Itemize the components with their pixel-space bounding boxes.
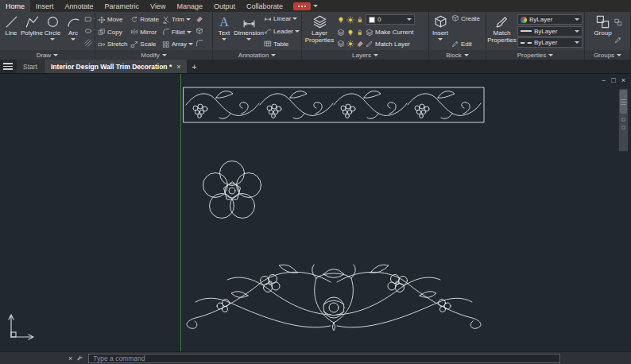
- modify-panel: Move Rotate Trim Copy Mirror Fillet Stre…: [95, 12, 213, 60]
- tab-start[interactable]: Start: [17, 60, 44, 73]
- text-button[interactable]: A Text: [215, 13, 234, 49]
- mirror-button[interactable]: Mirror: [130, 27, 159, 37]
- floral-swag-drawing[interactable]: [187, 265, 481, 331]
- layer-on-off-icon[interactable]: [337, 16, 345, 24]
- dimension-button[interactable]: Dimension: [235, 13, 262, 49]
- menu-tab-collaborate[interactable]: Collaborate: [241, 0, 288, 12]
- orbit-icon[interactable]: [621, 118, 625, 122]
- featured-apps-button[interactable]: [293, 2, 311, 10]
- scrollbar-thumb[interactable]: [620, 90, 627, 114]
- trim-button[interactable]: Trim: [162, 14, 193, 25]
- hatch-button[interactable]: [84, 37, 95, 48]
- layer-select-dropdown[interactable]: 0: [366, 14, 415, 25]
- fillet-button[interactable]: Fillet: [162, 27, 193, 37]
- array-button[interactable]: Array: [162, 39, 193, 49]
- rectangle-button[interactable]: [84, 14, 95, 25]
- block-panel-label[interactable]: Block: [429, 50, 486, 60]
- object-color-dropdown[interactable]: ByLayer: [517, 14, 583, 25]
- rosette-drawing[interactable]: [203, 161, 261, 219]
- create-block-icon: [451, 14, 459, 22]
- chevron-down-icon: [271, 54, 276, 56]
- chevron-down-icon: [246, 38, 251, 41]
- navigation-bar[interactable]: [618, 88, 629, 152]
- menu-tab-label: View: [150, 2, 165, 10]
- button-label: Match Layer: [375, 41, 410, 48]
- leader-icon: [264, 27, 272, 35]
- create-block-button[interactable]: Create: [451, 14, 484, 22]
- leader-button[interactable]: Leader: [264, 27, 300, 35]
- menu-tab-manage[interactable]: Manage: [171, 0, 208, 12]
- table-button[interactable]: Table: [264, 40, 300, 48]
- table-icon: [264, 40, 272, 48]
- annotation-panel-label[interactable]: Annotation: [213, 50, 301, 60]
- tab-drawing[interactable]: Interior Design Wall Trim Decoration * ×: [45, 60, 188, 73]
- groups-panel-label[interactable]: Groups: [585, 50, 630, 60]
- new-tab-button[interactable]: +: [188, 60, 200, 73]
- insert-block-button[interactable]: Insert: [431, 13, 450, 49]
- drawing-canvas[interactable]: − □ ×: [0, 73, 631, 351]
- layer-lock-icon[interactable]: [356, 16, 364, 24]
- layer-walk-icon[interactable]: [337, 40, 345, 48]
- layer-unisolate-icon[interactable]: [346, 29, 354, 37]
- layer-thaw-icon[interactable]: [346, 40, 354, 48]
- layer-freeze-icon[interactable]: [356, 29, 364, 37]
- tab-label: Start: [23, 63, 37, 71]
- properties-panel-label[interactable]: Properties: [486, 50, 584, 60]
- layers-panel-label[interactable]: Layers: [302, 50, 428, 60]
- button-label: Create: [461, 15, 480, 22]
- pan-icon[interactable]: [621, 126, 625, 130]
- menu-tab-insert[interactable]: Insert: [30, 0, 60, 12]
- layer-properties-button[interactable]: Layer Properties: [304, 13, 335, 49]
- rotate-button[interactable]: Rotate: [130, 14, 159, 25]
- ellipse-button[interactable]: [84, 25, 95, 37]
- ungroup-button[interactable]: [614, 17, 622, 28]
- linear-dimension-button[interactable]: Linear: [264, 14, 300, 22]
- close-icon[interactable]: ×: [621, 76, 625, 84]
- layer-isolate-icon[interactable]: [337, 29, 345, 37]
- match-properties-icon: [494, 14, 509, 29]
- wall-trim-strip-drawing[interactable]: [184, 87, 484, 122]
- match-layer-button[interactable]: Match Layer: [366, 40, 410, 48]
- customize-wrench-icon[interactable]: [76, 354, 84, 362]
- linetype-dropdown[interactable]: ByLayer: [517, 37, 583, 48]
- restore-icon[interactable]: □: [611, 76, 615, 84]
- menu-tab-parametric[interactable]: Parametric: [99, 0, 145, 12]
- layer-unlock-icon[interactable]: [356, 40, 364, 48]
- hamburger-menu-icon[interactable]: [0, 60, 16, 73]
- close-icon[interactable]: ×: [176, 63, 180, 71]
- chevron-down-icon: [617, 54, 621, 56]
- draw-panel-label[interactable]: Draw: [0, 50, 95, 60]
- erase-button[interactable]: [195, 14, 203, 25]
- arc-button[interactable]: Arc: [64, 13, 83, 49]
- join-button[interactable]: [195, 37, 203, 48]
- make-current-button[interactable]: Make Current: [366, 29, 413, 37]
- command-input[interactable]: [88, 354, 560, 363]
- minimize-icon[interactable]: −: [602, 76, 606, 84]
- layer-freeze-icon[interactable]: [346, 16, 354, 24]
- polyline-button[interactable]: Polyline: [22, 13, 41, 49]
- edit-block-button[interactable]: Edit: [451, 40, 484, 48]
- layer-color-swatch: [369, 17, 375, 23]
- menu-tab-view[interactable]: View: [145, 0, 171, 12]
- rectangle-icon: [84, 15, 92, 23]
- scale-button[interactable]: Scale: [130, 39, 159, 49]
- group-button[interactable]: Group: [594, 13, 613, 49]
- explode-button[interactable]: [195, 25, 203, 37]
- move-button[interactable]: Move: [98, 14, 127, 25]
- stretch-button[interactable]: Stretch: [98, 39, 127, 49]
- panel-title: Groups: [594, 52, 614, 59]
- lineweight-dropdown[interactable]: ByLayer: [517, 26, 583, 37]
- match-properties-button[interactable]: Match Properties: [488, 13, 516, 49]
- copy-button[interactable]: Copy: [98, 27, 127, 37]
- chevron-down-icon[interactable]: [313, 5, 318, 7]
- menu-tab-annotate[interactable]: Annotate: [60, 0, 99, 12]
- modify-panel-label[interactable]: Modify: [95, 50, 212, 60]
- chevron-down-icon: [464, 54, 469, 56]
- menu-tab-home[interactable]: Home: [0, 0, 30, 12]
- menu-tab-output[interactable]: Output: [208, 0, 241, 12]
- circle-button[interactable]: Circle: [43, 13, 62, 49]
- join-icon: [195, 39, 203, 47]
- line-button[interactable]: Line: [2, 13, 21, 49]
- group-edit-button[interactable]: [614, 34, 622, 45]
- close-icon[interactable]: ×: [68, 354, 72, 362]
